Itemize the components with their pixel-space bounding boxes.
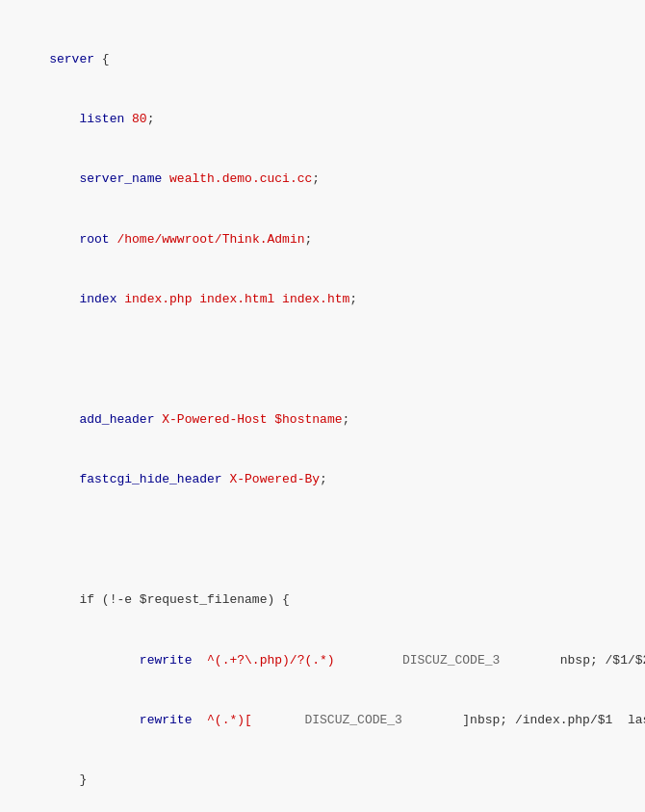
line-11: rewrite ^(.+?\.php)/?(.*) DISCUZ_CODE_3 … [19, 651, 626, 671]
line-6 [19, 351, 626, 371]
line-7: add_header X-Powered-Host $hostname; [19, 410, 626, 431]
line-2: listen 80; [19, 110, 626, 130]
line-1: server { [19, 50, 626, 70]
code-container: server { listen 80; server_name wealth.d… [0, 0, 645, 812]
line-4: root /home/wwwroot/Think.Admin; [19, 230, 626, 250]
line-13: } [19, 771, 626, 791]
line-5: index index.php index.html index.htm; [19, 290, 626, 310]
line-10: if (!-e $request_filename) { [19, 590, 626, 611]
code-block: server { listen 80; server_name wealth.d… [19, 10, 626, 812]
line-8: fastcgi_hide_header X-Powered-By; [19, 470, 626, 490]
line-3: server_name wealth.demo.cuci.cc; [19, 170, 626, 190]
line-12: rewrite ^(.*)[ DISCUZ_CODE_3 ]nbsp; /ind… [19, 711, 626, 731]
line-9 [19, 531, 626, 551]
